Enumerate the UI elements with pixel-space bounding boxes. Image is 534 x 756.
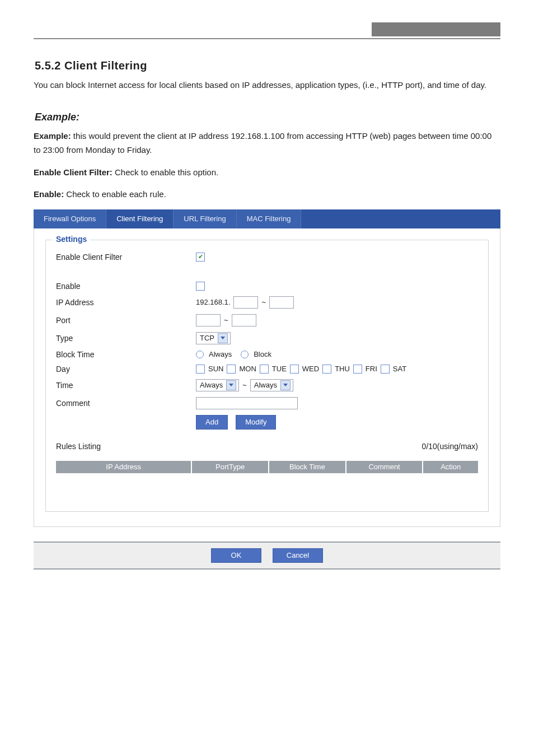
rules-table-header: IP Address PortType Block Time Comment A…	[56, 461, 478, 473]
port-from-input[interactable]	[196, 314, 221, 326]
day-sun: SUN	[208, 365, 223, 373]
checkbox-day-sat[interactable]	[381, 365, 390, 374]
ip-tilde: ~	[261, 298, 266, 306]
settings-fieldset: Settings Enable Client Filter Enable IP …	[45, 240, 489, 512]
section-heading: 5.5.2 Client Filtering	[35, 59, 500, 72]
time-to-value: Always	[254, 381, 277, 389]
type-select[interactable]: TCP	[196, 332, 231, 344]
label-enable-client-filter: Enable Client Filter	[56, 253, 196, 262]
radio-always[interactable]	[196, 351, 204, 358]
enable-text: Check to enable each rule.	[64, 189, 166, 199]
chevron-down-icon	[218, 333, 228, 343]
modify-button[interactable]: Modify	[236, 415, 276, 430]
checkbox-day-fri[interactable]	[353, 365, 362, 374]
comment-input[interactable]	[196, 397, 298, 409]
port-to-input[interactable]	[232, 314, 256, 326]
screenshot-figure: Firewall Options Client Filtering URL Fi…	[34, 209, 500, 570]
time-to-select[interactable]: Always	[250, 379, 293, 391]
ip-prefix: 192.168.1.	[196, 298, 230, 306]
type-select-value: TCP	[200, 334, 214, 342]
ok-button[interactable]: OK	[211, 548, 261, 563]
example-heading: Example:	[35, 111, 500, 123]
checkbox-day-tue[interactable]	[260, 365, 269, 374]
label-type: Type	[56, 334, 196, 343]
col-action: Action	[423, 461, 478, 473]
label-ip-address: IP Address	[56, 298, 196, 307]
chevron-down-icon	[280, 380, 291, 390]
rules-table-empty-body	[56, 473, 478, 499]
example-lead: Example:	[34, 131, 71, 141]
checkbox-day-wed[interactable]	[290, 365, 299, 374]
day-tue: TUE	[272, 365, 287, 373]
chevron-down-icon	[226, 380, 236, 390]
day-mon: MON	[239, 365, 256, 373]
tab-mac-filtering[interactable]: MAC Filtering	[237, 209, 302, 228]
label-comment: Comment	[56, 399, 196, 408]
radio-block[interactable]	[241, 351, 249, 358]
tab-firewall-options[interactable]: Firewall Options	[34, 209, 106, 228]
header-rule	[34, 22, 500, 39]
add-button[interactable]: Add	[196, 415, 228, 430]
radio-block-label: Block	[254, 350, 271, 358]
enable-client-filter-label: Enable Client Filter:	[34, 167, 113, 177]
label-enable: Enable	[56, 282, 196, 291]
rules-listing-label: Rules Listing	[56, 442, 101, 451]
enable-client-filter-text: Check to enable this option.	[113, 167, 218, 177]
enable-paragraph: Enable: Check to enable each rule.	[34, 187, 500, 202]
time-tilde: ~	[242, 381, 247, 389]
day-thu: THU	[335, 365, 350, 373]
action-bar: OK Cancel	[34, 542, 500, 570]
label-port: Port	[56, 316, 196, 325]
example-text: this would prevent the client at IP addr…	[34, 131, 491, 155]
checkbox-day-thu[interactable]	[322, 365, 331, 374]
label-day: Day	[56, 365, 196, 374]
tab-client-filtering[interactable]: Client Filtering	[106, 209, 174, 228]
tab-bar: Firewall Options Client Filtering URL Fi…	[34, 209, 500, 228]
col-ip-address: IP Address	[56, 461, 192, 473]
checkbox-enable[interactable]	[196, 282, 205, 291]
day-wed: WED	[302, 365, 319, 373]
checkbox-enable-client-filter[interactable]	[196, 253, 205, 262]
col-comment: Comment	[346, 461, 424, 473]
tab-url-filtering[interactable]: URL Filtering	[174, 209, 236, 228]
enable-label: Enable:	[34, 189, 64, 199]
rules-count: 0/10(using/max)	[422, 442, 478, 451]
enable-client-filter-paragraph: Enable Client Filter: Check to enable th…	[34, 165, 500, 180]
time-from-select[interactable]: Always	[196, 379, 239, 391]
checkbox-day-sun[interactable]	[196, 365, 205, 374]
intro-paragraph: You can block Internet access for local …	[34, 78, 500, 92]
label-time: Time	[56, 381, 196, 390]
header-dark-block	[372, 22, 500, 36]
ip-from-input[interactable]	[233, 296, 258, 309]
settings-legend: Settings	[53, 235, 90, 244]
day-sat: SAT	[393, 365, 406, 373]
cancel-button[interactable]: Cancel	[273, 548, 323, 563]
day-fri: FRI	[366, 365, 377, 373]
time-from-value: Always	[200, 381, 223, 389]
ip-to-input[interactable]	[269, 296, 294, 309]
checkbox-day-mon[interactable]	[227, 365, 236, 374]
settings-panel: Settings Enable Client Filter Enable IP …	[34, 228, 500, 527]
col-block-time: Block Time	[269, 461, 346, 473]
label-block-time: Block Time	[56, 350, 196, 359]
radio-always-label: Always	[209, 350, 232, 358]
example-paragraph: Example: this would prevent the client a…	[34, 129, 500, 157]
port-tilde: ~	[224, 316, 228, 324]
col-porttype: PortType	[192, 461, 269, 473]
